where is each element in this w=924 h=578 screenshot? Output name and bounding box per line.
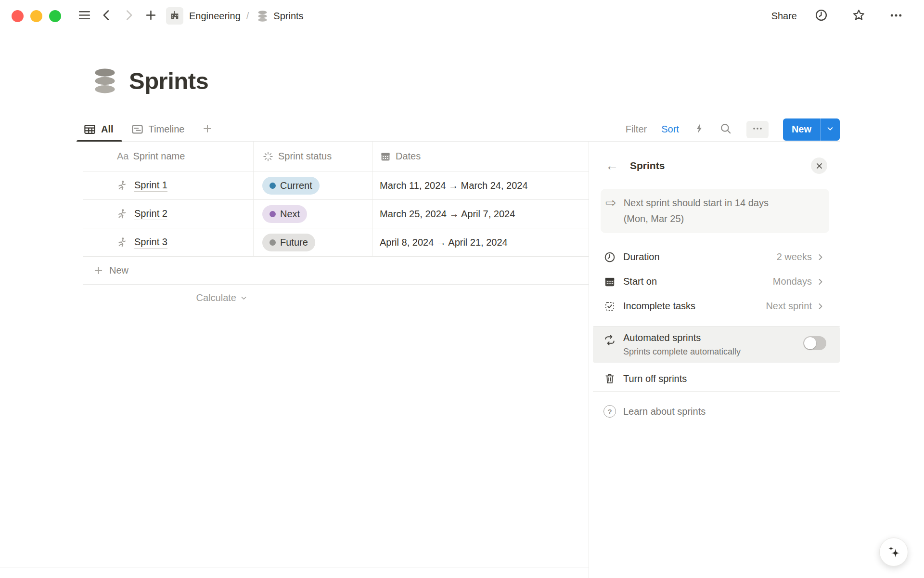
sprint-page-link[interactable]: Sprint 2 [134,208,167,220]
chevron-right-icon [816,302,825,311]
ellipsis-icon [752,123,763,136]
automations-button[interactable] [693,123,705,136]
cell-sprint-status[interactable]: Future [254,228,373,256]
sprints-table: Aa Sprint name Sprint status Dates [83,142,589,311]
status-pill: Current [262,177,320,195]
cell-sprint-status[interactable]: Current [254,171,373,199]
status-pill: Future [262,234,315,251]
turn-off-sprints-button[interactable]: Turn off sprints [589,366,840,391]
breadcrumb-page[interactable]: Sprints [273,11,303,22]
date-range: March 11, 2024 → March 24, 2024 [380,180,528,191]
cell-dates[interactable]: March 25, 2024 → April 7, 2024 [373,200,589,228]
timeline-view-icon [131,123,144,136]
new-page-button[interactable] [142,7,159,25]
chevron-right-icon [816,277,825,287]
runner-icon [116,236,128,249]
calculate-button[interactable]: Calculate [83,285,254,311]
add-view-button[interactable] [202,123,213,136]
updates-button[interactable] [812,7,830,25]
ellipsis-icon [889,8,903,24]
turn-off-sprints-label: Turn off sprints [623,373,687,384]
filter-button[interactable]: Filter [626,124,647,135]
view-controls: Filter Sort New [626,118,840,141]
column-header-sprint-name[interactable]: Aa Sprint name [83,142,254,171]
nav-back-button[interactable] [98,7,115,25]
favorite-button[interactable] [850,7,867,25]
automated-sprints-label: Automated sprints [623,332,741,343]
breadcrumb-separator: / [246,11,249,22]
column-header-sprint-status[interactable]: Sprint status [254,142,373,171]
question-icon: ? [603,405,616,418]
new-row-label: New [109,265,128,276]
cell-dates[interactable]: March 11, 2024 → March 24, 2024 [373,171,589,199]
column-label: Sprint name [133,151,185,162]
tab-all[interactable]: All [83,118,114,141]
status-label: Future [280,237,308,248]
lightning-icon [693,123,705,136]
notice-line-1: Next sprint should start in 14 days [624,195,769,211]
clock-icon [814,8,828,24]
setting-incomplete-tasks[interactable]: Incomplete tasks Next sprint [589,294,840,318]
sidebar-toggle-button[interactable] [76,7,93,25]
cell-sprint-name[interactable]: Sprint 3 [83,228,254,256]
panel-close-button[interactable] [811,158,827,174]
calendar-icon [603,276,616,288]
runner-icon [116,208,128,220]
table-row: Sprint 3 Future April 8, 2024 → April 21… [83,228,589,257]
table-view-icon [83,123,96,136]
cell-dates[interactable]: April 8, 2024 → April 21, 2024 [373,228,589,256]
workspace-chip[interactable] [166,7,183,25]
new-dropdown-button[interactable] [821,118,840,141]
setting-label: Incomplete tasks [623,301,695,312]
view-tabbar: All Timeline Filter Sort [83,118,840,142]
setting-duration[interactable]: Duration 2 weeks [589,245,840,269]
breadcrumb-workspace[interactable]: Engineering [189,11,241,22]
nav-forward-button[interactable] [120,7,137,25]
sprints-settings-panel: ← Sprints ⇨ Next sprint should start in … [589,142,840,578]
runner-icon [116,180,128,192]
clock-icon [603,251,616,263]
topbar-right: Share [771,0,910,32]
automated-sprints-row[interactable]: Automated sprints Sprints complete autom… [593,327,840,363]
setting-value: Next sprint [766,301,812,312]
panel-title: Sprints [630,160,665,171]
automated-sprints-toggle[interactable] [803,336,826,350]
cell-sprint-name[interactable]: Sprint 1 [83,171,254,199]
minimize-window-button[interactable] [30,10,42,22]
panel-back-button[interactable]: ← [605,159,618,172]
chevron-down-icon [240,294,248,302]
chevron-left-icon [100,9,113,23]
maximize-window-button[interactable] [49,10,61,22]
setting-label: Start on [623,276,657,287]
column-header-dates[interactable]: Dates [373,142,589,171]
learn-about-sprints-link[interactable]: ? Learn about sprints [589,399,840,424]
sprint-page-link[interactable]: Sprint 3 [134,236,167,249]
panel-divider [593,391,840,392]
content-bottom-border [0,567,589,567]
cell-sprint-name[interactable]: Sprint 2 [83,200,254,228]
close-window-button[interactable] [12,10,24,22]
status-dot [270,239,276,246]
table-row: Sprint 2 Next March 25, 2024 → April 7, … [83,200,589,228]
status-spinner-icon [262,151,274,162]
sort-button[interactable]: Sort [661,124,679,135]
page-more-button[interactable] [887,7,905,25]
table-row: Sprint 1 Current March 11, 2024 → March … [83,171,589,200]
building-icon [169,10,180,22]
page-database-icon[interactable] [91,67,118,94]
date-range: April 8, 2024 → April 21, 2024 [380,237,508,248]
view-options-button[interactable] [746,121,769,138]
search-view-button[interactable] [719,122,732,136]
sprint-page-link[interactable]: Sprint 1 [134,180,167,192]
new-row-button[interactable]: New [83,257,589,285]
next-sprint-notice: ⇨ Next sprint should start in 14 days (M… [601,189,829,233]
notion-ai-button[interactable] [879,538,908,566]
setting-value: 2 weeks [777,251,812,263]
new-button[interactable]: New [783,118,820,141]
tab-timeline[interactable]: Timeline [131,118,185,141]
checkbox-dashed-icon [603,300,616,313]
setting-start-on[interactable]: Start on Mondays [589,269,840,294]
automated-sprints-text: Automated sprints Sprints complete autom… [623,332,741,357]
share-button[interactable]: Share [771,11,797,22]
cell-sprint-status[interactable]: Next [254,200,373,228]
